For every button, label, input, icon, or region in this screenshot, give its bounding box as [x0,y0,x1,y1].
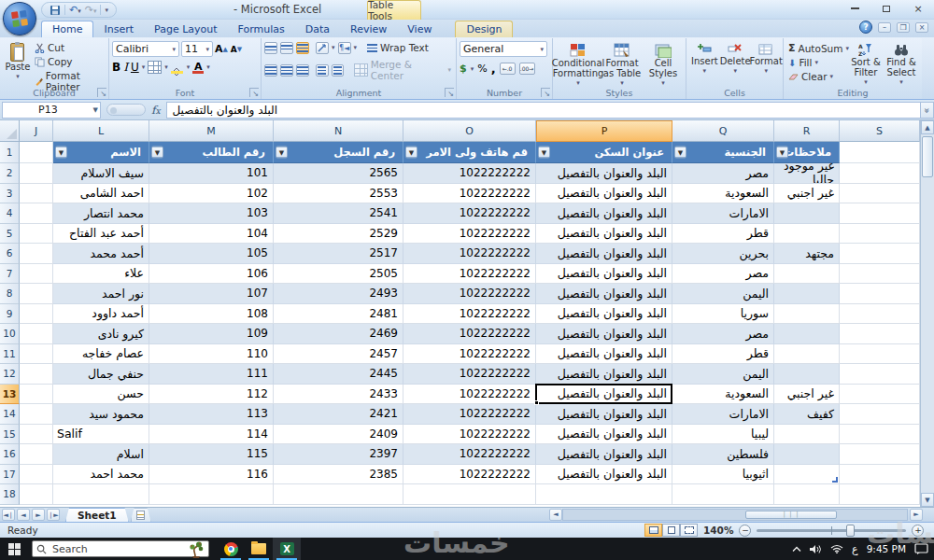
cell-M14[interactable]: 113 [149,404,274,425]
row-header-10[interactable]: 10 [0,324,20,344]
cell-S4[interactable] [840,203,920,224]
row-header-1[interactable]: 1 [0,142,20,163]
cell-M12[interactable]: 111 [149,364,274,385]
next-sheet-button[interactable]: ► [32,509,45,521]
cell-M2[interactable]: 101 [149,163,274,184]
column-header-J[interactable]: J [20,120,53,142]
delete-cells-button[interactable]: Delete▾ [720,41,751,78]
paste-button[interactable]: Paste▾ [3,41,33,93]
increase-decimal-button[interactable]: ←.0 [500,63,516,75]
cell-M4[interactable]: 103 [149,203,274,224]
row-header-8[interactable]: 8 [0,284,20,304]
font-name-combo[interactable]: Calibri▾ [112,41,179,57]
cell-S8[interactable] [840,284,920,304]
formula-input[interactable]: البلد والعنوان بالتفصيل [166,102,920,119]
row-header-9[interactable]: 9 [0,304,20,325]
cell-P2[interactable]: البلد والعنوان بالتفصيل [536,163,672,184]
row-header-11[interactable]: 11 [0,344,20,365]
cell-N5[interactable]: 2529 [274,224,403,245]
cell-S12[interactable] [840,364,920,385]
cell-O4[interactable]: 1022222222 [403,203,536,224]
cell-N12[interactable]: 2445 [274,364,403,385]
tab-page-layout[interactable]: Page Layout [144,21,228,37]
italic-button[interactable]: I [123,61,128,74]
action-center-icon[interactable] [914,543,928,554]
tab-formulas[interactable]: Formulas [228,21,295,37]
align-left-button[interactable] [264,64,277,77]
save-icon[interactable] [50,5,61,16]
accounting-format-button[interactable]: $ [460,63,467,75]
autosum-button[interactable]: ΣAutoSum▾ [786,41,848,55]
horizontal-scroll-thumb[interactable]: ❘❘❘ [745,511,837,519]
cell-N3[interactable]: 2553 [274,184,403,204]
cell-P17[interactable]: البلد والعنوان بالتفصيل [536,465,672,485]
insert-worksheet-tab[interactable] [131,508,151,522]
cell-S10[interactable] [840,324,920,344]
font-size-combo[interactable]: 11▾ [181,41,213,57]
underline-button[interactable]: U [131,61,139,74]
cell-L18[interactable] [53,484,149,505]
redo-button[interactable]: ↷▾ [85,4,97,16]
row-header-18[interactable]: 18 [0,484,20,505]
cell-O15[interactable]: 1022222222 [403,425,536,445]
cell-J13[interactable] [20,385,53,405]
number-format-combo[interactable]: General▾ [460,41,547,57]
workbook-close-button[interactable]: × [915,22,928,33]
cell-J11[interactable] [20,344,53,365]
cell-J12[interactable] [20,364,53,385]
cell-P8[interactable]: البلد والعنوان بالتفصيل [536,284,672,304]
cell-L12[interactable]: حنفي جمال [53,364,149,385]
name-box-dropdown-icon[interactable]: ▼ [93,106,98,114]
filter-icon-O[interactable]: ▼ [405,147,417,159]
row-header-6[interactable]: 6 [0,244,20,264]
cell-Q12[interactable]: اليمن [672,364,774,385]
cell-L14[interactable]: محمود سيد [53,404,149,425]
cell-M18[interactable] [149,484,274,505]
cell-R2[interactable]: غير موجود حاليا [774,163,840,184]
cell-R18[interactable] [774,484,840,505]
cell-O17[interactable]: 1022222222 [403,465,536,485]
cell-J14[interactable] [20,404,53,425]
scroll-right-icon[interactable]: ► [910,509,923,521]
column-header-P[interactable]: P [536,120,672,142]
cell-N18[interactable] [274,484,403,505]
cell-L9[interactable]: أحمد داوود [53,304,149,325]
cell-Q5[interactable]: قطر [672,224,774,245]
zoom-slider[interactable] [757,529,906,532]
cell-P11[interactable]: البلد والعنوان بالتفصيل [536,344,672,365]
comma-style-button[interactable]: , [491,62,496,76]
text-direction-button[interactable]: ¶◄ [338,42,351,54]
vertical-scrollbar[interactable]: ▲ ▼ [920,120,934,507]
cell-R12[interactable] [774,364,840,385]
conditional-formatting-button[interactable]: Conditional Formatting▾ [556,41,601,91]
cell-R9[interactable] [774,304,840,325]
cell-Q14[interactable]: الامارات [672,404,774,425]
cell-O5[interactable]: 1022222222 [403,224,536,245]
cell-L4[interactable]: محمد انتصار [53,203,149,224]
cell-S16[interactable] [840,444,920,465]
cell-P18[interactable] [536,484,672,505]
cell-L17[interactable]: محمد احمد [53,465,149,485]
cell-M7[interactable]: 106 [149,264,274,285]
zoom-slider-thumb[interactable] [846,525,855,537]
cell-R10[interactable] [774,324,840,344]
cell-Q11[interactable]: قطر [672,344,774,365]
column-header-L[interactable]: L [53,120,149,142]
cell-L3[interactable]: احمد الشامى [53,184,149,204]
cell-O18[interactable] [403,484,536,505]
cell-P15[interactable]: البلد والعنوان بالتفصيل [536,425,672,445]
cell-M10[interactable]: 109 [149,324,274,344]
insert-function-icon[interactable]: fx [151,104,161,117]
row-header-4[interactable]: 4 [0,203,20,224]
cell-R7[interactable] [774,264,840,285]
cell-N2[interactable]: 2565 [274,163,403,184]
cell-S2[interactable] [840,163,920,184]
cell-P14[interactable]: البلد والعنوان بالتفصيل [536,404,672,425]
cell-S1[interactable] [840,142,920,163]
percent-style-button[interactable]: % [477,63,487,75]
cell-O9[interactable]: 1022222222 [403,304,536,325]
row-header-17[interactable]: 17 [0,465,20,485]
cell-M9[interactable]: 108 [149,304,274,325]
align-top-button[interactable] [264,42,277,54]
column-header-R[interactable]: R [774,120,840,142]
